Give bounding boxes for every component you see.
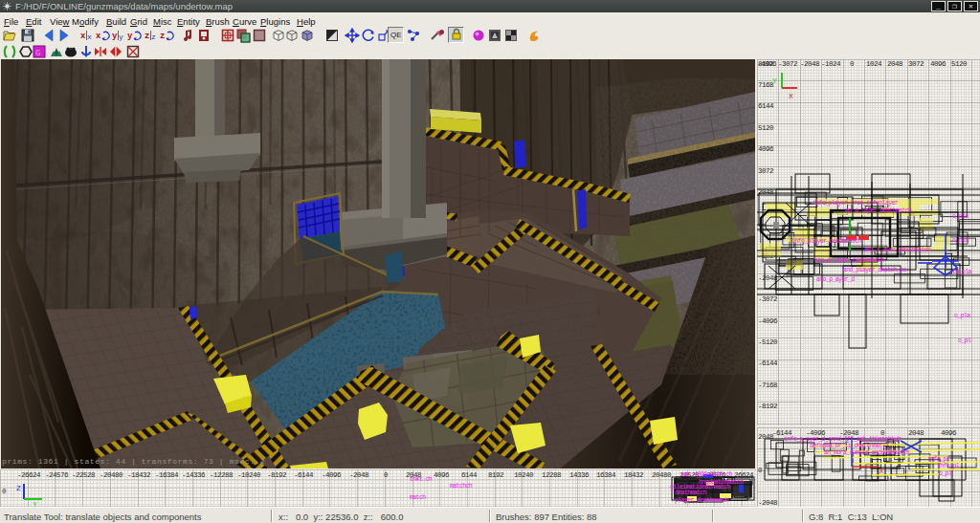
svg-text:-8192: -8192 bbox=[267, 471, 286, 479]
svg-text:y: y bbox=[112, 32, 118, 41]
svg-text:-6144: -6144 bbox=[758, 360, 778, 367]
svg-text:aro_er_aver_deathmatch: aro_er_aver_deathmatch bbox=[814, 257, 884, 264]
svg-text:info_p_ayer_d_annd_fff_anb_thk: info_p_ayer_d_annd_fff_anb_thkatchkub bbox=[784, 436, 902, 443]
svg-text:2048: 2048 bbox=[887, 60, 902, 68]
svg-text:26624: 26624 bbox=[734, 471, 754, 479]
svg-text:0: 0 bbox=[2, 488, 7, 495]
svg-text:0: 0 bbox=[758, 467, 763, 474]
svg-text:o_pl: o_pl bbox=[958, 338, 971, 344]
svg-text:o_pla: o_pla bbox=[952, 213, 969, 220]
svg-text:8192: 8192 bbox=[758, 60, 773, 68]
svg-text:-2048: -2048 bbox=[758, 274, 777, 282]
svg-text:8192: 8192 bbox=[488, 471, 503, 479]
svg-text:0: 0 bbox=[850, 60, 855, 68]
svg-text:o_pl: o_pl bbox=[939, 470, 952, 477]
svg-text:matchch: matchch bbox=[450, 483, 473, 490]
svg-text:thkt.ch: thkt.ch bbox=[410, 476, 433, 483]
svg-text:6144: 6144 bbox=[461, 471, 478, 479]
svg-text:and_piayer_dbatch_po: and_piayer_dbatch_po bbox=[843, 267, 907, 273]
svg-text:G: G bbox=[35, 49, 40, 58]
svg-text:-2048: -2048 bbox=[758, 499, 777, 507]
svg-text:2048: 2048 bbox=[908, 429, 924, 437]
svg-text:-16384: -16384 bbox=[155, 471, 179, 479]
svg-text:o_pla: o_pla bbox=[954, 313, 970, 319]
svg-text:-12288: -12288 bbox=[210, 471, 233, 479]
svg-text:-7168: -7168 bbox=[758, 381, 777, 389]
svg-text:an_a_layer_deathmatch: an_a_layer_deathmatch bbox=[845, 207, 912, 214]
svg-text:war_4096=6144.ch: war_4096=6144.ch bbox=[681, 471, 733, 478]
svg-text:2048: 2048 bbox=[758, 433, 773, 441]
svg-text:z: z bbox=[145, 32, 149, 41]
svg-text:4096: 4096 bbox=[941, 429, 957, 437]
svg-text:Y: Y bbox=[772, 76, 777, 85]
svg-text:an_mura_cumple_andeddmadrch: an_mura_cumple_andeddmadrch bbox=[824, 449, 910, 456]
svg-text:10240: 10240 bbox=[514, 471, 534, 479]
svg-text:-14336: -14336 bbox=[182, 471, 206, 479]
svg-text:z: z bbox=[160, 32, 165, 41]
svg-text:deathmatch: deathmatch bbox=[675, 490, 707, 496]
svg-text:-1024: -1024 bbox=[821, 60, 841, 68]
svg-text:4096: 4096 bbox=[758, 145, 774, 153]
svg-text:4096: 4096 bbox=[930, 60, 947, 68]
svg-text:y: y bbox=[119, 33, 123, 41]
svg-text:z: z bbox=[151, 33, 156, 41]
svg-text:defbuma_br_ii_dhatchmat(): defbuma_br_ii_dhatchmat() bbox=[810, 443, 889, 449]
svg-text:-20480: -20480 bbox=[100, 471, 123, 479]
svg-text:-18432: -18432 bbox=[127, 471, 150, 479]
svg-text:y: y bbox=[127, 32, 133, 41]
svg-text:0: 0 bbox=[384, 471, 389, 479]
svg-text:-8192: -8192 bbox=[758, 403, 777, 410]
svg-text:16384: 16384 bbox=[596, 471, 616, 479]
svg-text:1024: 1024 bbox=[866, 60, 882, 68]
svg-text:x: x bbox=[87, 33, 92, 41]
svg-text:-4096: -4096 bbox=[322, 471, 342, 479]
svg-text:o_pla: o_pla bbox=[952, 237, 969, 244]
svg-text:info_pl: info_pl bbox=[937, 463, 960, 469]
svg-text:-6144: -6144 bbox=[294, 471, 314, 479]
svg-text:-3072: -3072 bbox=[758, 295, 777, 303]
svg-text:-22528: -22528 bbox=[72, 471, 95, 479]
svg-text:20480: 20480 bbox=[652, 471, 672, 479]
svg-text:14336: 14336 bbox=[569, 471, 590, 479]
svg-text:5120: 5120 bbox=[951, 60, 968, 68]
svg-text:ani_r_ayer_deathmatch: ani_r_ayer_deathmatch bbox=[864, 247, 931, 253]
svg-text:info_player_deathmatch: info_player_deathmatch bbox=[791, 238, 861, 245]
svg-text:-2048: -2048 bbox=[349, 471, 368, 479]
svg-text:12288: 12288 bbox=[542, 471, 561, 479]
svg-text:x: x bbox=[80, 32, 86, 41]
svg-text:info_pl: info_pl bbox=[927, 456, 950, 463]
svg-text:X: X bbox=[789, 92, 793, 100]
svg-text:-26624: -26624 bbox=[17, 471, 41, 479]
svg-text:info_player_free_infoplayer: info_player_free_infoplayer bbox=[813, 200, 899, 207]
svg-text:prims: 1361 | states: 44 | tra: prims: 1361 | states: 44 | transforms: 7… bbox=[2, 457, 265, 466]
svg-text:5120: 5120 bbox=[758, 124, 774, 132]
svg-text:18432: 18432 bbox=[624, 471, 643, 479]
svg-text:to_pla: to_pla bbox=[952, 269, 972, 275]
svg-text:-24576: -24576 bbox=[45, 471, 69, 479]
svg-text:3072: 3072 bbox=[758, 167, 773, 175]
svg-text:player_deathmatch: player_deathmatch bbox=[675, 497, 729, 504]
svg-text:x: x bbox=[96, 32, 101, 41]
svg-text:3072: 3072 bbox=[908, 60, 924, 68]
svg-text:7168: 7168 bbox=[758, 81, 773, 89]
svg-text:ano_p_ayer_d: ano_p_ayer_d bbox=[816, 276, 855, 283]
svg-text:6144: 6144 bbox=[758, 102, 774, 110]
svg-text:-5120: -5120 bbox=[758, 338, 778, 346]
svg-text:4096: 4096 bbox=[434, 471, 450, 479]
svg-text:-2048: -2048 bbox=[800, 60, 819, 68]
svg-text:-10240: -10240 bbox=[237, 471, 261, 479]
svg-text:match: match bbox=[410, 494, 426, 501]
svg-text:Y: Y bbox=[33, 500, 37, 507]
svg-text:Z: Z bbox=[16, 484, 21, 492]
svg-text:-4096: -4096 bbox=[758, 317, 778, 325]
svg-text:-3072: -3072 bbox=[778, 60, 797, 68]
